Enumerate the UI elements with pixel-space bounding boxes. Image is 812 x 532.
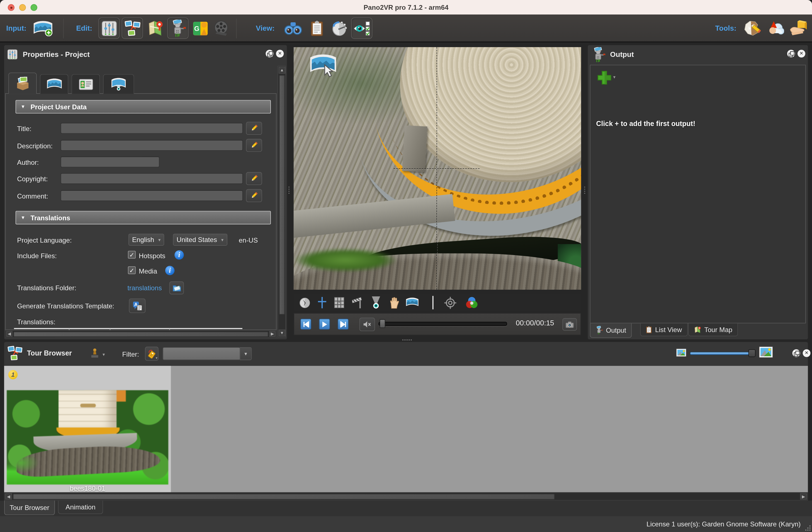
media-info-icon[interactable]: i — [165, 266, 174, 275]
playback-slider-handle[interactable] — [379, 319, 385, 328]
tab-animation[interactable]: Animation — [58, 501, 103, 514]
snapshot-button[interactable] — [562, 318, 577, 331]
tab-label: Tour Browser — [10, 504, 49, 512]
properties-close-button[interactable]: ✕ — [276, 50, 284, 57]
scroll-up-button[interactable]: ▲ — [279, 67, 285, 74]
grid-tool[interactable] — [333, 296, 346, 309]
projection-tool[interactable] — [405, 296, 419, 309]
color-adjust-tool[interactable] — [465, 295, 479, 310]
generate-template-button[interactable]: A — [129, 298, 145, 313]
panorama-viewport[interactable] — [294, 47, 581, 290]
tab-user-data[interactable] — [71, 74, 100, 94]
translations-folder-button[interactable] — [170, 281, 184, 294]
scrollbar-thumb[interactable] — [13, 332, 268, 337]
target-view-tool[interactable] — [443, 295, 457, 310]
playback-slider-track[interactable] — [379, 322, 507, 326]
chevron-down-icon[interactable]: ▾ — [103, 352, 105, 357]
tab-output[interactable]: Output — [590, 323, 632, 338]
tools-skin-editor-button[interactable] — [742, 18, 763, 39]
scroll-left-button[interactable]: ◀ — [6, 331, 12, 337]
translations-folder-link[interactable]: translations — [127, 284, 162, 292]
mute-button[interactable] — [360, 318, 375, 331]
filter-tag-button[interactable]: ▾ — [145, 347, 158, 361]
input-panorama-button[interactable] — [32, 18, 54, 39]
author-field[interactable] — [60, 156, 159, 167]
section-translations[interactable]: ▼ Translations — [16, 211, 271, 224]
crosshair-tool[interactable] — [316, 296, 329, 309]
hotspots-info-icon[interactable]: i — [174, 250, 184, 260]
add-output-button[interactable]: ▾ — [597, 71, 619, 87]
view-list-button[interactable] — [308, 18, 326, 39]
region-select[interactable]: United States ▾ — [173, 234, 227, 246]
scrollbar-thumb[interactable] — [13, 494, 554, 499]
filter-input[interactable] — [163, 347, 241, 360]
panorama-tile-selected[interactable]: 1 bees180-01 — [4, 366, 171, 492]
north-tool[interactable] — [351, 296, 364, 309]
tab-project[interactable] — [9, 72, 37, 94]
tour-browser-float-button[interactable] — [793, 349, 800, 357]
viewcone-tool[interactable] — [369, 295, 382, 310]
resize-grip[interactable] — [803, 524, 811, 531]
skip-end-button[interactable] — [338, 319, 349, 330]
tab-tour-browser[interactable]: Tour Browser — [4, 501, 55, 515]
edit-label: Edit: — [76, 24, 92, 32]
media-checkbox[interactable]: ✓ — [128, 266, 136, 274]
pan-tool[interactable] — [387, 296, 401, 309]
id-card-icon — [78, 79, 93, 90]
tab-tour-map[interactable]: Tour Map — [688, 323, 738, 336]
hotspots-checkbox[interactable]: ✓ — [128, 251, 136, 259]
scroll-left-button[interactable]: ◀ — [5, 493, 12, 499]
tour-browser-close-button[interactable]: ✕ — [803, 349, 811, 357]
stamp-tool-button[interactable] — [87, 346, 103, 362]
tour-browser-scrollbar[interactable]: ◀ ▶ — [4, 492, 808, 501]
play-button[interactable] — [319, 319, 330, 330]
thumbnail-zoom-slider-track[interactable] — [690, 352, 755, 355]
edit-patch-button[interactable] — [167, 17, 188, 39]
section-project-user-data[interactable]: ▼ Project User Data — [16, 100, 271, 113]
view-visibility-button[interactable] — [351, 17, 372, 39]
scrollbar-thumb[interactable] — [279, 75, 285, 314]
view-time-button[interactable] — [329, 18, 348, 39]
splitter-left[interactable] — [288, 186, 290, 194]
media-label: Media — [139, 267, 157, 275]
generate-template-label: Generate Translations Template: — [17, 302, 114, 310]
edit-properties-button[interactable] — [98, 17, 119, 39]
view-find-button[interactable] — [283, 18, 303, 39]
properties-vertical-scrollbar[interactable]: ▲ ▼ — [277, 66, 286, 337]
edit-map-button[interactable] — [145, 17, 165, 39]
edit-video-button[interactable] — [212, 17, 232, 39]
tab-list-view[interactable]: List View — [640, 323, 688, 336]
title-edit-button[interactable] — [246, 122, 262, 135]
tab-viewing-parameters[interactable] — [103, 74, 134, 94]
comment-field[interactable] — [60, 190, 243, 201]
description-edit-button[interactable] — [246, 139, 262, 152]
splitter-bottom[interactable] — [402, 339, 411, 340]
hotspots-label: Hotspots — [139, 252, 165, 260]
splitter-right[interactable] — [584, 186, 585, 194]
copyright-edit-button[interactable] — [246, 172, 262, 185]
thumbnail-zoom-slider-handle[interactable] — [749, 349, 756, 357]
skip-start-button[interactable] — [300, 319, 311, 330]
tools-package-button[interactable] — [788, 18, 808, 39]
pencil-icon — [250, 192, 258, 200]
properties-float-button[interactable] — [265, 50, 273, 57]
title-field[interactable] — [60, 123, 243, 134]
tag-icon — [147, 349, 156, 358]
description-field[interactable] — [60, 140, 243, 151]
scroll-right-button[interactable]: ▶ — [800, 493, 807, 499]
properties-horizontal-scrollbar[interactable]: ◀ ▶ — [5, 330, 277, 338]
edit-streetview-button[interactable]: G — [191, 17, 211, 39]
output-close-button[interactable]: ✕ — [798, 50, 805, 57]
scroll-right-button[interactable]: ▶ — [269, 331, 275, 337]
filter-dropdown-button[interactable]: ▾ — [240, 347, 252, 360]
tab-panorama[interactable] — [40, 74, 68, 94]
copyright-field[interactable] — [60, 173, 243, 184]
tools-gnome-cloud-button[interactable] — [765, 18, 785, 39]
comment-edit-button[interactable] — [246, 189, 262, 202]
language-select[interactable]: English ▾ — [129, 234, 164, 246]
edit-tour-browser-button[interactable] — [122, 17, 143, 39]
node-marker[interactable] — [309, 53, 337, 79]
output-float-button[interactable] — [787, 50, 795, 57]
compass-tool[interactable] — [298, 296, 311, 309]
scroll-down-button[interactable]: ▼ — [279, 330, 285, 336]
